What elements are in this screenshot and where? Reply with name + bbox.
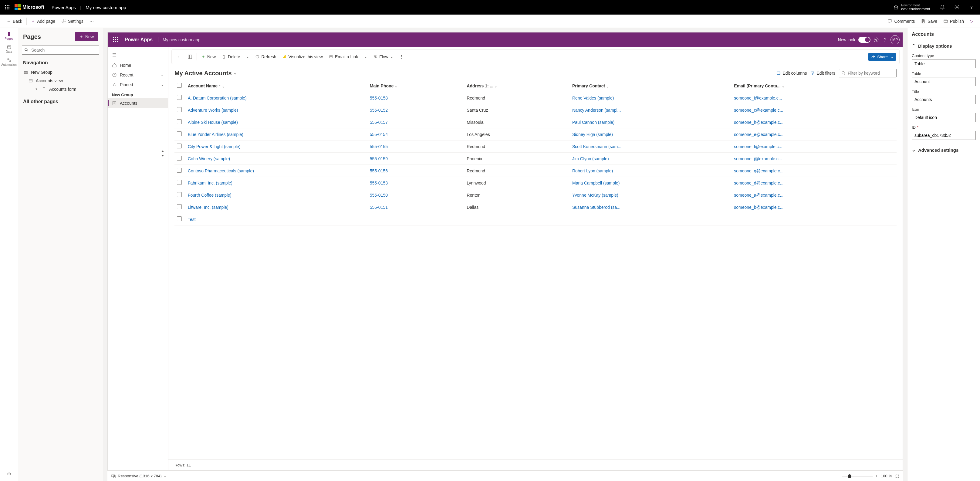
tree-accounts-view[interactable]: Accounts view [21,76,100,85]
phone-link[interactable]: 555-0157 [370,120,388,125]
waffle-icon[interactable] [2,2,12,12]
fit-to-screen-button[interactable] [895,474,899,478]
app-waffle-icon[interactable] [111,37,121,42]
advanced-section[interactable]: ⌄ Advanced settings [912,145,976,154]
nav-pinned[interactable]: Pinned ⌄ [108,80,168,89]
phone-link[interactable]: 555-0152 [370,108,388,113]
phone-link[interactable]: 555-0154 [370,132,388,137]
row-checkbox[interactable] [177,107,182,112]
table-input[interactable] [912,77,976,86]
new-page-button[interactable]: ＋ New [75,32,98,41]
email-link[interactable]: someone_e@example.c... [734,132,783,137]
grid-share-button[interactable]: Share ⌄ [868,53,896,61]
contact-link[interactable]: Scott Konersmann (sam... [572,144,621,149]
rail-virtual-agent[interactable] [1,469,18,478]
comments-button[interactable]: Comments [885,17,918,25]
more-button[interactable]: ⋯ [86,17,97,25]
email-link[interactable]: someone_c@example.c... [734,108,783,113]
app-name[interactable]: Power Apps [52,5,76,10]
grid-visualize-label: Visualize this view [288,54,323,59]
edit-columns-button[interactable]: Edit columns [776,71,807,76]
add-page-button[interactable]: ＋ Add page [28,17,58,26]
col-primary-email[interactable]: Email (Primary Conta...⌄ [732,80,897,92]
nav-recent[interactable]: Recent ⌄ [108,70,168,80]
grid-back-button[interactable]: ← [175,53,184,61]
grid-delete-button[interactable]: Delete [220,53,242,61]
nav-accounts[interactable]: Accounts [108,98,168,108]
grid-email-button[interactable]: Email a Link [326,53,360,61]
grid-refresh-button[interactable]: Refresh [253,53,278,61]
hamburger-icon[interactable] [108,49,168,61]
account-name-link[interactable]: Adventure Works (sample) [188,108,238,113]
grid-flow-button[interactable]: Flow ⌄ [371,53,396,61]
rail-data[interactable]: Data [1,42,18,55]
chevron-down-icon[interactable]: ⌄ [164,474,167,478]
grid-visualize-button[interactable]: Visualize this view [280,53,325,61]
contact-link[interactable]: Nancy Anderson (sampl... [572,108,621,113]
filter-keyword-input[interactable] [839,69,897,77]
zoom-slider[interactable] [842,476,873,476]
col-address-city[interactable]: Address 1: ...⌄ [464,80,570,92]
rail-pages[interactable]: Pages [1,29,18,42]
zoom-in-button[interactable]: + [876,474,878,478]
contact-link[interactable]: Sidney Higa (sample) [572,132,613,137]
icon-input[interactable] [912,113,976,122]
row-checkbox[interactable] [177,131,182,136]
table-row[interactable]: Blue Yonder Airlines (sample) 555-0154 L… [175,128,897,140]
phone-link[interactable]: 555-0158 [370,96,388,100]
table-row[interactable]: Alpine Ski House (sample) 555-0157 Misso… [175,116,897,128]
settings-button[interactable]: Settings [58,17,86,25]
display-options-section[interactable]: ⌃ Display options [912,41,976,50]
table-row[interactable]: Adventure Works (sample) 555-0152 Santa … [175,104,897,116]
app-gear-icon[interactable] [873,37,879,43]
id-input[interactable] [912,131,976,140]
grid-more-button[interactable]: ⋮ [397,53,406,61]
save-button[interactable]: Save [918,17,940,25]
col-primary-contact[interactable]: Primary Contact⌄ [570,80,732,92]
row-checkbox[interactable] [177,95,182,100]
nav-home[interactable]: Home [108,61,168,70]
publish-button[interactable]: Publish [940,17,967,25]
tree-accounts-form[interactable]: ↳ Accounts form [21,85,100,94]
account-name-link[interactable]: Blue Yonder Airlines (sample) [188,132,243,137]
row-checkbox[interactable] [177,143,182,148]
delete-chevron[interactable]: ⌄ [243,53,251,61]
rail-automation[interactable]: Automation [1,55,18,68]
zoom-out-button[interactable]: − [837,474,839,478]
user-avatar[interactable]: MP [891,35,900,44]
account-name-link[interactable]: City Power & Light (sample) [188,144,240,149]
account-name-link[interactable]: Alpine Ski House (sample) [188,120,238,125]
tree-group[interactable]: New Group [21,68,100,76]
phone-link[interactable]: 555-0155 [370,144,388,149]
email-link[interactable]: someone_f@example.c... [734,144,782,149]
pages-search-input[interactable] [22,46,99,55]
notifications-icon[interactable] [936,1,948,13]
email-chevron[interactable]: ⌄ [362,53,369,61]
new-look-toggle[interactable] [858,37,870,43]
title-input[interactable] [912,95,976,104]
col-account-name[interactable]: Account Name ↑⌄ [185,80,368,92]
help-icon[interactable] [966,1,978,13]
contact-link[interactable]: Rene Valdes (sample) [572,96,614,100]
account-name-link[interactable]: A. Datum Corporation (sample) [188,96,247,100]
responsive-label[interactable]: Responsive (1316 x 784) [118,474,162,478]
contact-link[interactable]: Paul Cannon (sample) [572,120,614,125]
email-link[interactable]: someone_i@example.c... [734,96,782,100]
content-type-input[interactable] [912,59,976,68]
email-link[interactable]: someone_h@example.c... [734,120,783,125]
play-button[interactable]: ▷ [967,17,976,25]
nav-resize-handle[interactable] [161,150,169,359]
environment-picker[interactable]: Environment dev environment [889,3,934,11]
focused-view-button[interactable] [185,53,195,61]
col-main-phone[interactable]: Main Phone⌄ [368,80,465,92]
view-title[interactable]: My Active Accounts ⌄ [175,70,237,77]
back-button[interactable]: ← Back [4,17,25,25]
settings-gear-icon[interactable] [951,1,963,13]
edit-filters-button[interactable]: Edit filters [811,71,835,76]
grid-new-button[interactable]: ＋ New [199,52,218,61]
app-help-icon[interactable] [882,37,888,43]
table-row[interactable]: A. Datum Corporation (sample) 555-0158 R… [175,92,897,104]
select-all-checkbox[interactable] [177,83,182,88]
row-checkbox[interactable] [177,119,182,124]
responsive-icon[interactable] [111,474,116,479]
